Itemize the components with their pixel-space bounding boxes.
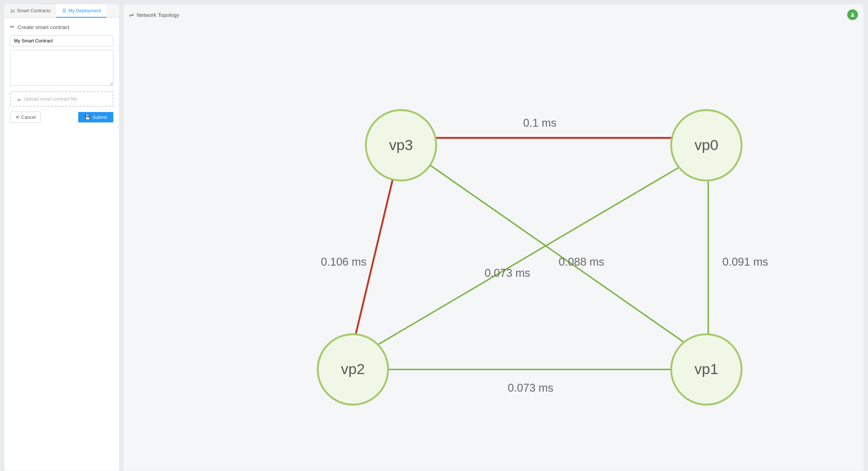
edge-label-vp0-vp2: 0.073 ms bbox=[485, 267, 530, 279]
left-panel: 🗂 Smart Contracts ☰ My Deployment ✏ Crea… bbox=[4, 4, 119, 471]
network-topology-panel: ⇌ Network Topology 0.1 ms 0. bbox=[123, 4, 864, 471]
briefcase-icon: 🗂 bbox=[10, 8, 15, 13]
list-icon: ☰ bbox=[62, 8, 66, 13]
pencil-icon: ✏ bbox=[10, 24, 15, 30]
cancel-button[interactable]: ✕ Cancel bbox=[10, 112, 41, 123]
submit-label: Submit bbox=[93, 115, 107, 120]
form-area: ✏ Create smart contract ☁ Upload smart c… bbox=[4, 18, 119, 471]
node-vp0-label: vp0 bbox=[694, 137, 718, 153]
tab-my-deployment[interactable]: ☰ My Deployment bbox=[56, 4, 107, 18]
panel-header: ⇌ Network Topology bbox=[123, 4, 864, 25]
topology-title: Network Topology bbox=[137, 12, 179, 18]
edge-label-vp0-vp1: 0.091 ms bbox=[722, 256, 768, 268]
x-icon: ✕ bbox=[15, 115, 19, 120]
submit-button[interactable]: 💾 Submit bbox=[78, 112, 113, 122]
svg-line-4 bbox=[375, 161, 690, 346]
node-vp3-label: vp3 bbox=[389, 137, 413, 153]
save-icon: 💾 bbox=[85, 115, 90, 120]
share-icon: ⇌ bbox=[129, 11, 134, 18]
edge-label-vp3-vp2: 0.106 ms bbox=[321, 256, 366, 268]
tabs-bar: 🗂 Smart Contracts ☰ My Deployment bbox=[4, 4, 119, 18]
cancel-label: Cancel bbox=[21, 115, 36, 120]
form-title: ✏ Create smart contract bbox=[10, 24, 113, 30]
top-row: 🗂 Smart Contracts ☰ My Deployment ✏ Crea… bbox=[4, 4, 864, 471]
upload-area[interactable]: ☁ Upload smart contract file bbox=[10, 91, 113, 107]
form-actions: ✕ Cancel 💾 Submit bbox=[10, 112, 113, 123]
svg-point-0 bbox=[852, 13, 853, 15]
form-title-text: Create smart contract bbox=[18, 24, 69, 30]
edge-label-vp2-vp1: 0.073 ms bbox=[508, 382, 553, 394]
main-layout: 🗂 Smart Contracts ☰ My Deployment ✏ Crea… bbox=[0, 0, 868, 471]
upload-label: Upload smart contract file bbox=[24, 96, 77, 102]
user-avatar bbox=[847, 9, 858, 20]
tab-smart-contracts[interactable]: 🗂 Smart Contracts bbox=[4, 4, 56, 18]
contract-description-textarea[interactable] bbox=[10, 50, 113, 86]
edge-label-vp3-vp0: 0.1 ms bbox=[523, 117, 557, 129]
upload-icon: ☁ bbox=[16, 96, 21, 102]
svg-line-2 bbox=[353, 164, 396, 346]
contract-name-input[interactable] bbox=[10, 35, 113, 46]
panel-header-left: ⇌ Network Topology bbox=[129, 11, 179, 18]
node-vp1-label: vp1 bbox=[694, 361, 718, 377]
smart-contracts-tab-label: Smart Contracts bbox=[17, 8, 51, 13]
topology-svg: 0.1 ms 0.106 ms 0.088 ms 0.073 ms 0.091 … bbox=[123, 25, 864, 471]
topology-container: 0.1 ms 0.106 ms 0.088 ms 0.073 ms 0.091 … bbox=[123, 25, 864, 471]
svg-line-3 bbox=[424, 161, 690, 346]
edge-label-vp3-vp1: 0.088 ms bbox=[558, 256, 604, 268]
my-deployment-tab-label: My Deployment bbox=[69, 8, 101, 13]
node-vp2-label: vp2 bbox=[341, 361, 365, 377]
